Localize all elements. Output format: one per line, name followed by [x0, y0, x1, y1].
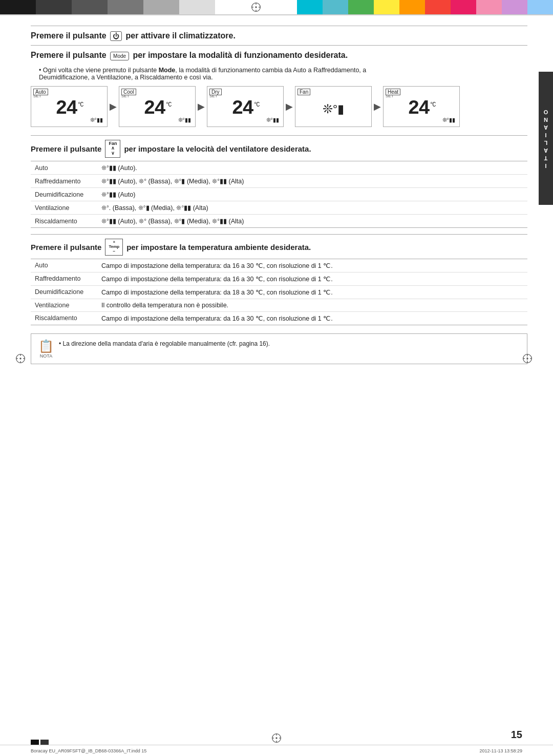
footer-right: 2012-11-13 13:58:29: [479, 748, 522, 753]
panel-dry-fan-icon: ❊°▮▮: [266, 117, 279, 123]
arrow4: ▶: [374, 86, 381, 127]
temp-button-icon: + Temp −: [105, 239, 123, 255]
svg-point-7: [19, 358, 21, 359]
side-label-text: ITALIANO: [543, 108, 549, 169]
color-block-yellow: [374, 0, 399, 14]
fan-button-icon: Fan ∧∨: [105, 140, 120, 158]
fan-mode-auto: Auto: [31, 161, 97, 175]
section4-title: Premere il pulsante + Temp − per imposta…: [31, 234, 527, 258]
note-label: NOTA: [40, 353, 52, 359]
section-mode: Premere il pulsante Mode per impostare l…: [31, 45, 527, 127]
temp-mode-auto: Auto: [31, 259, 97, 272]
section4-pre: Premere il pulsante: [31, 243, 101, 251]
svg-point-19: [275, 737, 277, 739]
table-row: Raffreddamento ❊°▮▮ (Auto), ❊° (Bassa), …: [31, 175, 527, 188]
table-row: Deumidificazione Campo di impostazione d…: [31, 285, 527, 299]
power-button-icon: ⏻: [110, 31, 122, 41]
color-block-black4: [108, 0, 143, 14]
temp-mode-deum: Deumidificazione: [31, 285, 97, 299]
panel-auto: Auto SET 24°C ❊°▮▮: [31, 86, 108, 127]
table-row: Riscaldamento ❊°▮▮ (Auto), ❊° (Bassa), ❊…: [31, 215, 527, 228]
top-bar-center: [215, 0, 297, 14]
bottom-bar: Boracay EU_AR09FSFT@_IB_DB68-03366A_IT.i…: [0, 745, 553, 756]
color-block-white: [179, 0, 215, 14]
bottom-black-blocks: [31, 740, 49, 745]
svg-point-13: [526, 358, 528, 359]
main-content: Premere il pulsante ⏻ per attivare il cl…: [31, 26, 527, 725]
panel-dry-temp: 24°C: [231, 97, 259, 119]
panel-auto-temp: 24°C: [55, 97, 82, 119]
note-icon-wrapper: 📋 NOTA: [38, 339, 54, 359]
color-block-red: [425, 0, 451, 14]
arrow3: ▶: [286, 86, 293, 127]
compass-icon-top: [251, 2, 261, 12]
panel-dry: Dry SET 24°C ❊°▮▮: [207, 86, 284, 127]
temp-desc-vent: Il controllo della temperatura non è pos…: [97, 299, 527, 311]
right-compass: [522, 353, 533, 365]
panel-fan-mode-label: Fan: [297, 89, 310, 95]
fan-mode-deum: Deumidificazione: [31, 188, 97, 201]
table-row: Auto ❊°▮▮ (Auto).: [31, 161, 527, 175]
table-row: Ventilazione ❊°. (Bassa), ❊°▮ (Media), ❊…: [31, 201, 527, 215]
panel-fan: Fan ❊°▮: [295, 86, 372, 127]
compass-icon-bottom: [271, 733, 282, 743]
side-label: ITALIANO: [539, 72, 553, 205]
top-color-bar: [0, 0, 553, 14]
panel-heat: Heat SET 24°C ❊°▮▮: [383, 86, 460, 127]
section-power: Premere il pulsante ⏻ per attivare il cl…: [31, 26, 527, 45]
arrow2: ▶: [198, 86, 205, 127]
fan-desc-vent: ❊°. (Bassa), ❊°▮ (Media), ❊°▮▮ (Alta): [97, 201, 527, 215]
temp-table: Auto Campo di impostazione della tempera…: [31, 259, 527, 325]
top-divider: [0, 14, 553, 15]
color-block-orange: [399, 0, 425, 14]
table-row: Ventilazione Il controllo della temperat…: [31, 299, 527, 311]
color-block-black2: [36, 0, 72, 14]
section2-title: Premere il pulsante Mode per impostare l…: [31, 45, 527, 64]
panel-heat-temp: 24°C: [408, 97, 435, 119]
panel-cool-fan-icon: ❊°▮▮: [178, 117, 191, 123]
note-document-icon: 📋: [38, 339, 54, 353]
color-block-magenta: [451, 0, 476, 14]
section1-title: Premere il pulsante ⏻ per attivare il cl…: [31, 26, 527, 45]
fan-desc-auto: ❊°▮▮ (Auto).: [97, 161, 527, 175]
temp-desc-auto: Campo di impostazione della temperatura:…: [97, 259, 527, 272]
fan-mode-raff: Raffreddamento: [31, 175, 97, 188]
fan-mode-vent: Ventilazione: [31, 201, 97, 215]
section3-title: Premere il pulsante Fan ∧∨ per impostare…: [31, 135, 527, 161]
section2-pre: Premere il pulsante: [31, 51, 107, 59]
footer-left: Boracay EU_AR09FSFT@_IB_DB68-03366A_IT.i…: [31, 748, 146, 753]
note-text: • La direzione della mandata d'aria è re…: [59, 339, 270, 348]
compass-icon-right: [522, 353, 533, 364]
fan-mode-risc: Riscaldamento: [31, 215, 97, 228]
panel-dry-set-label: SET: [209, 94, 218, 98]
color-block-pink: [476, 0, 502, 14]
color-block-lightblue: [527, 0, 553, 14]
arrow1: ▶: [110, 86, 117, 127]
panel-cool: Cool SET 24°C ❊°▮▮: [119, 86, 196, 127]
fan-speed-table: Auto ❊°▮▮ (Auto). Raffreddamento ❊°▮▮ (A…: [31, 161, 527, 228]
section4-post: per impostare la temperatura ambiente de…: [126, 243, 311, 251]
section2-subtitle: • Ogni volta che viene premuto il pulsan…: [39, 67, 527, 81]
mode-button-icon: Mode: [110, 52, 129, 60]
page-number: 15: [511, 729, 522, 741]
left-compass: [15, 353, 26, 365]
temp-desc-risc: Campo di impostazione della temperatura:…: [97, 311, 527, 325]
panel-auto-fan-icon: ❊°▮▮: [90, 117, 103, 123]
temp-mode-raff: Raffreddamento: [31, 272, 97, 285]
temp-mode-vent: Ventilazione: [31, 299, 97, 311]
fan-desc-raff: ❊°▮▮ (Auto), ❊° (Bassa), ❊°▮ (Media), ❊°…: [97, 175, 527, 188]
panel-cool-set-label: SET: [121, 94, 130, 98]
compass-icon-bottom-wrapper: [271, 733, 282, 745]
section2-post: per impostare la modalità di funzionamen…: [133, 51, 348, 59]
bottom-block-1: [31, 740, 39, 745]
color-block-cyan: [297, 0, 323, 14]
panel-auto-set-label: SET: [33, 94, 41, 98]
fan-desc-deum: ❊°▮▮ (Auto): [97, 188, 527, 201]
section1-post: per attivare il climatizzatore.: [126, 31, 236, 40]
panel-heat-fan-icon: ❊°▮▮: [442, 117, 455, 123]
table-row: Deumidificazione ❊°▮▮ (Auto): [31, 188, 527, 201]
color-block-teal: [323, 0, 348, 14]
table-row: Riscaldamento Campo di impostazione dell…: [31, 311, 527, 325]
section-fan: Premere il pulsante Fan ∧∨ per impostare…: [31, 135, 527, 228]
section3-pre: Premere il pulsante: [31, 144, 101, 153]
